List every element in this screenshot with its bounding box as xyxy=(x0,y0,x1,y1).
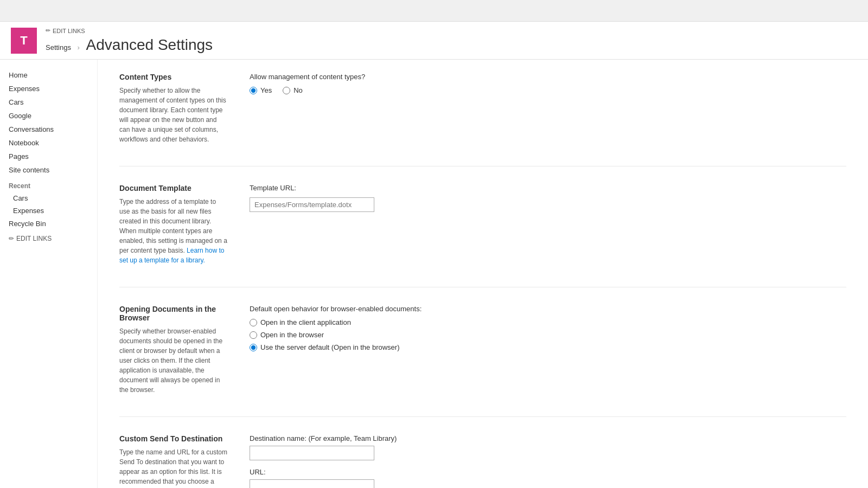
document-template-section: Document Template Type the address of a … xyxy=(119,184,846,265)
opening-documents-radio-group: Open in the client application Open in t… xyxy=(250,318,846,351)
opening-documents-question: Default open behavior for browser-enable… xyxy=(250,305,846,313)
custom-send-to-heading: Custom Send To Destination xyxy=(119,434,228,443)
open-browser-label: Open in the browser xyxy=(260,331,324,339)
sidebar-item-cars[interactable]: Cars xyxy=(0,95,97,109)
sidebar-item-google[interactable]: Google xyxy=(0,109,97,123)
sidebar-item-pages[interactable]: Pages xyxy=(0,150,97,163)
sidebar-recent-expenses[interactable]: Expenses xyxy=(0,204,97,217)
sidebar-item-expenses[interactable]: Expenses xyxy=(0,82,97,95)
open-server-default-label: Use the server default (Open in the brow… xyxy=(260,343,400,351)
sidebar-item-home[interactable]: Home xyxy=(0,68,97,82)
header-title-area: ✏ EDIT LINKS Settings › Advanced Setting… xyxy=(46,27,213,54)
sidebar-item-conversations[interactable]: Conversations xyxy=(0,123,97,136)
content-types-yes-option[interactable]: Yes xyxy=(250,86,272,94)
open-client-radio[interactable] xyxy=(250,319,257,326)
opening-documents-section: Opening Documents in the Browser Specify… xyxy=(119,305,846,395)
sidebar-pencil-icon: ✏ xyxy=(9,235,14,242)
url-label: URL: xyxy=(250,468,846,476)
page-title: Settings › Advanced Settings xyxy=(46,36,213,54)
site-logo: T xyxy=(11,28,37,54)
opening-documents-description: Opening Documents in the Browser Specify… xyxy=(119,305,228,395)
content-types-text: Specify whether to allow the management … xyxy=(119,86,228,144)
main-layout: Home Expenses Cars Google Conversations … xyxy=(0,60,868,488)
content-types-no-radio[interactable] xyxy=(283,87,290,94)
sidebar-edit-links-label: EDIT LINKS xyxy=(16,235,52,242)
content-types-question: Allow management of content types? xyxy=(250,73,846,81)
open-server-default-option[interactable]: Use the server default (Open in the brow… xyxy=(250,343,846,351)
custom-send-to-description: Custom Send To Destination Type the name… xyxy=(119,434,228,488)
content-types-yes-radio[interactable] xyxy=(250,87,257,94)
header: T ✏ EDIT LINKS Settings › Advanced Setti… xyxy=(0,22,868,60)
sidebar-item-notebook[interactable]: Notebook xyxy=(0,136,97,150)
open-browser-option[interactable]: Open in the browser xyxy=(250,331,846,339)
content-types-description: Content Types Specify whether to allow t… xyxy=(119,73,228,144)
template-url-input[interactable] xyxy=(250,197,374,212)
edit-links-top-button[interactable]: ✏ EDIT LINKS xyxy=(46,27,213,34)
opening-documents-controls: Default open behavior for browser-enable… xyxy=(250,305,846,395)
content-types-section: Content Types Specify whether to allow t… xyxy=(119,73,846,144)
sidebar-item-site-contents[interactable]: Site contents xyxy=(0,163,97,177)
edit-links-top-label: EDIT LINKS xyxy=(53,28,85,34)
open-client-label: Open in the client application xyxy=(260,318,351,326)
destination-name-input[interactable] xyxy=(250,446,374,460)
template-url-label: Template URL: xyxy=(250,184,846,192)
document-template-text: Type the address of a template to use as… xyxy=(119,197,228,265)
content-types-no-option[interactable]: No xyxy=(283,86,303,94)
divider-1 xyxy=(119,166,846,166)
opening-documents-heading: Opening Documents in the Browser xyxy=(119,305,228,322)
destination-name-label: Destination name: (For example, Team Lib… xyxy=(250,434,846,442)
document-template-controls: Template URL: xyxy=(250,184,846,265)
content-types-no-label: No xyxy=(293,86,303,94)
open-server-default-radio[interactable] xyxy=(250,344,257,351)
custom-send-to-text: Type the name and URL for a custom Send … xyxy=(119,447,228,488)
sidebar: Home Expenses Cars Google Conversations … xyxy=(0,60,98,488)
settings-content: Content Types Specify whether to allow t… xyxy=(98,60,868,488)
custom-send-to-section: Custom Send To Destination Type the name… xyxy=(119,434,846,488)
divider-2 xyxy=(119,287,846,287)
opening-documents-text: Specify whether browser-enabled document… xyxy=(119,326,228,395)
top-bar xyxy=(0,0,868,22)
content-types-heading: Content Types xyxy=(119,73,228,81)
open-browser-radio[interactable] xyxy=(250,331,257,339)
content-types-radio-group: Yes No xyxy=(250,86,846,94)
custom-send-to-controls: Destination name: (For example, Team Lib… xyxy=(250,434,846,488)
sidebar-recent-cars[interactable]: Cars xyxy=(0,192,97,204)
open-client-option[interactable]: Open in the client application xyxy=(250,318,846,326)
document-template-description: Document Template Type the address of a … xyxy=(119,184,228,265)
document-template-heading: Document Template xyxy=(119,184,228,192)
sidebar-recycle-bin[interactable]: Recycle Bin xyxy=(0,217,97,230)
learn-more-link[interactable]: Learn how to set up a template for a lib… xyxy=(119,247,224,264)
url-input[interactable] xyxy=(250,479,374,488)
pencil-icon: ✏ xyxy=(46,27,50,34)
divider-3 xyxy=(119,416,846,417)
breadcrumb-root: Settings xyxy=(46,43,71,52)
breadcrumb-current: Advanced Settings xyxy=(86,36,213,53)
breadcrumb-separator: › xyxy=(78,43,80,52)
recent-section-label: Recent xyxy=(0,177,97,192)
content-types-controls: Allow management of content types? Yes N… xyxy=(250,73,846,144)
content-types-yes-label: Yes xyxy=(260,86,272,94)
sidebar-edit-links-button[interactable]: ✏ EDIT LINKS xyxy=(0,230,97,247)
